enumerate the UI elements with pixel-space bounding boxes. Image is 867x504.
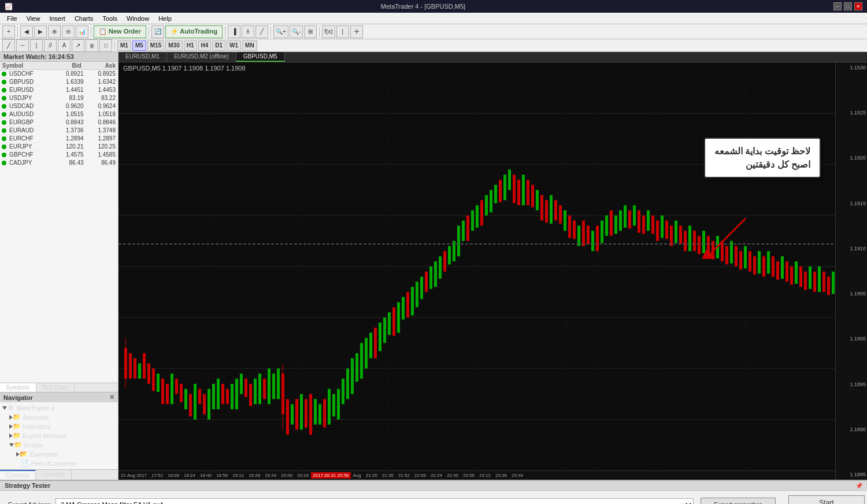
nav-tree-item[interactable]: 📁Scripts — [0, 440, 118, 450]
tb-forward[interactable]: ▶ — [34, 25, 47, 38]
svg-rect-63 — [337, 389, 340, 420]
fib-tool[interactable]: φ — [86, 39, 98, 52]
arrow-tool[interactable]: ↗ — [72, 39, 84, 52]
nav-item-label: Expert Advisors — [23, 432, 66, 439]
vline-tool[interactable]: | — [30, 39, 43, 52]
chart-tab-gbpusd-m5[interactable]: GBPUSD,M5 — [236, 52, 285, 62]
expert-properties-btn[interactable]: Expert properties — [701, 498, 776, 504]
crosshair-btn[interactable]: ✛ — [350, 25, 363, 38]
period-w1[interactable]: W1 — [227, 40, 241, 51]
rect-tool[interactable]: □ — [99, 39, 112, 52]
nav-triangle — [2, 406, 7, 410]
minimize-button[interactable]: ─ — [833, 2, 842, 10]
text-tool[interactable]: A — [58, 39, 71, 52]
market-watch-row[interactable]: USDJPY 83.19 83.22 — [0, 94, 118, 102]
mw-ask: 120.25 — [86, 143, 118, 150]
chart-container[interactable]: GBPUSD,M5 1.1907 1.1908 1.1907 1.1908 — [118, 62, 867, 480]
menu-insert[interactable]: Insert — [45, 14, 70, 23]
bar-chart-btn[interactable]: ▐ — [228, 25, 240, 38]
period-m15[interactable]: M15 — [147, 40, 164, 51]
mw-dot — [2, 161, 6, 165]
svg-rect-112 — [564, 210, 566, 231]
zoom-in-btn[interactable]: 🔍+ — [273, 25, 288, 38]
recalculate-btn[interactable]: 🔄 — [151, 25, 164, 38]
menu-help[interactable]: Help — [154, 14, 176, 23]
market-watch-row[interactable]: CADJPY 86.43 86.49 — [0, 159, 118, 167]
menu-window[interactable]: Window — [122, 14, 154, 23]
svg-rect-66 — [351, 358, 354, 394]
svg-rect-41 — [240, 373, 243, 394]
close-button[interactable]: ✕ — [854, 2, 862, 10]
chart-tab-eurusd-m1[interactable]: EURUSD,M1 — [118, 52, 167, 62]
svg-rect-31 — [194, 384, 197, 420]
tab-common[interactable]: Common — [0, 470, 36, 480]
tb-zoom-out[interactable]: ⊖ — [62, 25, 75, 38]
svg-rect-48 — [272, 373, 275, 399]
navigator-header: Navigator ✕ — [0, 392, 118, 402]
nav-tree-item[interactable]: 📁Indicators — [0, 422, 118, 431]
tab-symbols[interactable]: Symbols — [0, 383, 36, 392]
hline-tool[interactable]: ─ — [16, 39, 29, 52]
market-watch-row[interactable]: AUDUSD 1.0515 1.0518 — [0, 110, 118, 118]
market-watch-row[interactable]: USDCAD 0.9620 0.9624 — [0, 102, 118, 110]
candle-btn[interactable]: 🕯 — [242, 25, 254, 38]
period-sep-btn[interactable]: | — [336, 25, 349, 38]
market-watch-row[interactable]: GBPCHF 1.4575 1.4585 — [0, 151, 118, 159]
chart-tab-eurusd-m2[interactable]: EURUSD,M2 (offline) — [167, 52, 236, 62]
period-d1[interactable]: D1 — [212, 40, 225, 51]
period-h1[interactable]: H1 — [184, 40, 197, 51]
menu-view[interactable]: View — [22, 14, 45, 23]
market-watch-row[interactable]: EURGBP 0.8843 0.8846 — [0, 118, 118, 127]
period-h4[interactable]: H4 — [198, 40, 212, 51]
new-order-button[interactable]: + — [2, 25, 15, 38]
price-1530: 1.1530 — [837, 65, 866, 71]
zoom-out-btn[interactable]: 🔍- — [290, 25, 303, 38]
period-m1[interactable]: M1 — [117, 40, 131, 51]
menu-file[interactable]: File — [2, 14, 22, 23]
nav-tree-item[interactable]: 📂Examples — [0, 450, 118, 459]
tb-zoom-in[interactable]: ⊕ — [48, 25, 61, 38]
tab-tick-chart[interactable]: Tick Chart — [36, 383, 75, 392]
chart-tabs: EURUSD,M1 EURUSD,M2 (offline) GBPUSD,M5 — [118, 52, 867, 62]
market-watch-row[interactable]: EURJPY 120.21 120.25 — [0, 143, 118, 151]
tb-back[interactable]: ◀ — [20, 25, 33, 38]
bp-header: Strategy Tester 📌 — [0, 481, 867, 491]
period-m5[interactable]: M5 — [132, 40, 146, 51]
mw-dot — [2, 72, 6, 76]
svg-rect-160 — [786, 261, 788, 281]
mw-symbol: GBPCHF — [8, 151, 54, 158]
mw-dot — [2, 80, 6, 84]
menu-charts[interactable]: Charts — [70, 14, 98, 23]
tab-favorites[interactable]: Favorites — [36, 470, 72, 480]
line-btn[interactable]: ╱ — [255, 25, 268, 38]
mw-dot — [2, 104, 6, 109]
bp-pin[interactable]: 📌 — [855, 483, 862, 489]
period-mn[interactable]: MN — [242, 40, 257, 51]
new-order-btn-labeled[interactable]: 📋 New Order — [94, 25, 146, 38]
line-tool[interactable]: ╱ — [2, 39, 15, 52]
market-watch-row[interactable]: EURAUD 1.3736 1.3748 — [0, 127, 118, 135]
channel-tool[interactable]: // — [44, 39, 57, 52]
tb-chart-type[interactable]: 📊 — [76, 25, 88, 38]
period-m30[interactable]: M30 — [165, 40, 182, 51]
navigator-tree: 🖥MetaTrader 4 📁Accounts 📁Indicators 📁Exp… — [0, 402, 118, 469]
auto-trading-btn[interactable]: ⚡ AutoTrading — [165, 25, 223, 38]
market-watch-row[interactable]: USDCHF 0.8921 0.8925 — [0, 70, 118, 78]
navigator-close[interactable]: ✕ — [109, 394, 114, 401]
nav-tree-item[interactable]: 📄PeriodConverter — [0, 459, 118, 468]
market-watch-row[interactable]: EURUSD 1.4451 1.4453 — [0, 86, 118, 94]
start-btn[interactable]: Start — [788, 495, 865, 504]
nav-tree-item[interactable]: 📁Accounts — [0, 413, 118, 422]
ea-select[interactable]: 2 MA Crosses Mega filter EA V1.ex4 — [55, 498, 694, 504]
svg-rect-128 — [638, 210, 640, 233]
nav-tree-item[interactable]: 📁Expert Advisors — [0, 431, 118, 440]
maximize-button[interactable]: □ — [844, 2, 852, 10]
fit-btn[interactable]: ⊞ — [304, 25, 317, 38]
svg-rect-116 — [582, 221, 585, 246]
indicators-btn[interactable]: f(x) — [322, 25, 335, 38]
menu-tools[interactable]: Tools — [98, 14, 122, 23]
market-watch-row[interactable]: GBPUSD 1.6339 1.6342 — [0, 78, 118, 86]
nav-tree-item[interactable]: 🖥MetaTrader 4 — [0, 403, 118, 413]
market-watch-row[interactable]: EURCHF 1.2894 1.2897 — [0, 135, 118, 143]
svg-rect-135 — [670, 225, 673, 246]
